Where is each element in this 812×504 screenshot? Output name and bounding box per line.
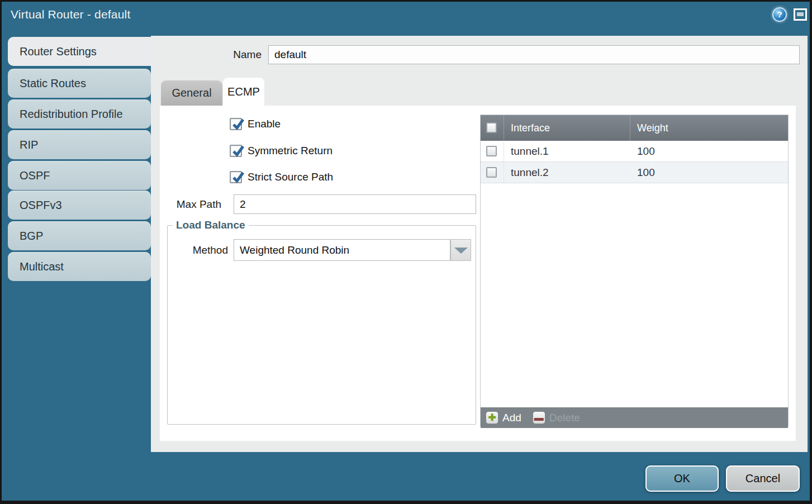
- table-row[interactable]: tunnel.1 100: [481, 141, 788, 162]
- method-dropdown-arrow-icon[interactable]: [450, 239, 471, 261]
- sidebar-item-static-routes[interactable]: Static Routes: [8, 69, 151, 98]
- row-checkbox-cell: [481, 141, 504, 161]
- table-footer: ✚ Add ▬ Delete: [481, 407, 788, 428]
- strict-source-path-checkbox[interactable]: [230, 171, 242, 183]
- delete-button[interactable]: Delete: [549, 412, 580, 424]
- sidebar-item-bgp[interactable]: BGP: [8, 221, 151, 250]
- symmetric-return-label: Symmetric Return: [248, 145, 333, 157]
- cell-interface: tunnel.2: [504, 162, 630, 183]
- column-header-interface[interactable]: Interface: [504, 115, 630, 141]
- tab-ecmp[interactable]: ECMP: [223, 78, 264, 106]
- header-checkbox-cell: [481, 115, 504, 141]
- name-label: Name: [167, 49, 262, 61]
- virtual-router-dialog: Virtual Router - default ? Router Settin…: [0, 0, 812, 504]
- delete-icon[interactable]: ▬: [533, 411, 545, 424]
- symmetric-return-checkbox[interactable]: [230, 145, 242, 157]
- method-label: Method: [160, 244, 228, 256]
- name-input[interactable]: [268, 45, 800, 64]
- sidebar-item-ospf[interactable]: OSPF: [8, 161, 151, 190]
- ecmp-panel: Enable Symmetric Return Strict Source Pa…: [160, 106, 796, 441]
- ok-button[interactable]: OK: [645, 465, 719, 492]
- cell-interface: tunnel.1: [504, 141, 630, 161]
- add-icon[interactable]: ✚: [486, 411, 498, 424]
- enable-label: Enable: [248, 118, 281, 130]
- table-row[interactable]: tunnel.2 100: [481, 162, 788, 183]
- ecmp-interface-table: Interface Weight tunnel.1 100 tunnel.2 1…: [480, 115, 789, 426]
- chevron-down-icon: [454, 248, 468, 254]
- enable-checkbox[interactable]: [230, 118, 242, 130]
- sidebar-item-ospfv3[interactable]: OSPFv3: [8, 191, 151, 220]
- sidebar-item-rip[interactable]: RIP: [8, 130, 151, 159]
- method-select[interactable]: Weighted Round Robin: [234, 239, 450, 261]
- cell-weight: 100: [630, 162, 788, 183]
- column-header-weight[interactable]: Weight: [630, 115, 788, 141]
- max-path-label: Max Path: [160, 198, 221, 211]
- sidebar-item-router-settings[interactable]: Router Settings: [8, 37, 151, 66]
- table-header: Interface Weight: [481, 115, 788, 141]
- help-icon[interactable]: ?: [772, 7, 787, 22]
- sidebar-item-multicast[interactable]: Multicast: [8, 252, 151, 281]
- cell-weight: 100: [630, 141, 788, 161]
- tab-general[interactable]: General: [161, 80, 222, 106]
- row-checkbox[interactable]: [486, 146, 497, 156]
- dialog-title: Virtual Router - default: [11, 8, 131, 21]
- row-checkbox[interactable]: [486, 167, 497, 178]
- max-path-input[interactable]: [234, 194, 476, 214]
- window-restore-glyph: [797, 12, 804, 16]
- load-balance-legend: Load Balance: [173, 219, 249, 231]
- window-restore-icon[interactable]: [794, 8, 807, 21]
- cancel-button[interactable]: Cancel: [726, 465, 800, 492]
- strict-source-path-label: Strict Source Path: [248, 171, 333, 183]
- table-empty-area: [481, 183, 788, 407]
- select-all-checkbox[interactable]: [486, 122, 497, 133]
- row-checkbox-cell: [481, 162, 504, 183]
- sidebar-item-redistribution-profile[interactable]: Redistribution Profile: [8, 99, 151, 129]
- add-button[interactable]: Add: [502, 412, 521, 424]
